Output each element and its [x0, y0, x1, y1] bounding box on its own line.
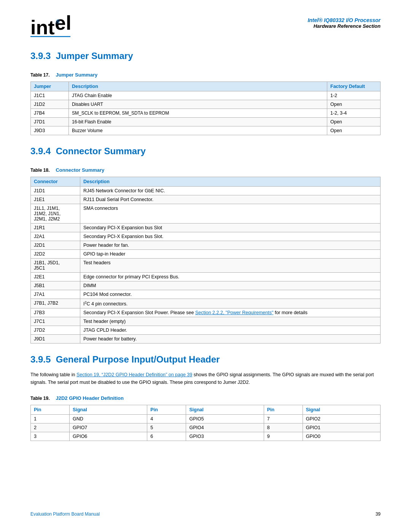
th-pin-3: Pin — [264, 405, 303, 415]
table-row: J1L1, J1M1, J1M2, J1N1, J2M1, J2M2SMA co… — [31, 204, 381, 224]
table-cell: J1D2 — [31, 100, 69, 109]
table-row: J7B1, J7B2I2C 4 pin connectors. — [31, 299, 381, 308]
table-row: J7C1Test header (empty) — [31, 317, 381, 326]
table-row: J9D1Power header for battery. — [31, 335, 381, 343]
table-row: J1D1RJ45 Network Connector for GbE NIC. — [31, 187, 381, 195]
table-row: J1D2Disables UARTOpen — [31, 100, 381, 109]
table-cell: 1-2, 3-4 — [327, 109, 381, 118]
page-footer: Evaluation Platform Board Manual 39 — [30, 511, 381, 517]
table-19-label-row: Table 19. J2D2 GPIO Header Definition — [30, 391, 381, 403]
connector-desc-cell: Test headers — [80, 259, 381, 273]
section-395-heading: 3.9.5 General Purpose Input/Output Heade… — [30, 354, 381, 365]
gpio-cell: GPIO0 — [303, 432, 380, 441]
table-cell: J7B4 — [31, 109, 69, 118]
th-jumper: Jumper — [31, 82, 69, 91]
table-18-title: Connector Summary — [56, 167, 104, 173]
table-19-title: J2D2 GPIO Header Definition — [56, 395, 123, 401]
gpio-cell: GPIO4 — [186, 423, 264, 432]
table-row: J2E1Edge connector for primary PCI Expre… — [31, 273, 381, 281]
table-cell: Open — [327, 118, 381, 126]
table-row: J1R1Secondary PCI-X Expansion bus Slot — [31, 224, 381, 232]
connector-cell: J1B1, J5D1, J5C1 — [31, 259, 80, 273]
table-17-label-row: Table 17. Jumper Summary — [30, 67, 381, 80]
table-row: J7B4SM_SCLK to EEPROM, SM_SDTA to EEPROM… — [31, 109, 381, 118]
connector-desc-cell: Test header (empty) — [80, 317, 381, 326]
section-394: 3.9.4 Connector Summary Table 18. Connec… — [30, 146, 381, 343]
section-393-heading: 3.9.3 Jumper Summary — [30, 51, 381, 61]
table-cell: JTAG Chain Enable — [69, 91, 327, 100]
connector-cell: J2A1 — [31, 232, 80, 241]
page-header: int el ® Intel® IQ80332 I/O Processor Ha… — [30, 15, 381, 39]
gpio-cell: GPIO1 — [303, 423, 380, 432]
connector-desc-cell: JTAG CPLD Header. — [80, 326, 381, 335]
connector-cell: J7B3 — [31, 308, 80, 317]
table-cell: 1-2 — [327, 91, 381, 100]
gpio-cell: 1 — [31, 415, 70, 423]
connector-cell: J7D2 — [31, 326, 80, 335]
connector-cell: J7B1, J7B2 — [31, 299, 80, 308]
gpio-cell: 8 — [264, 423, 303, 432]
th-conn-description: Description — [80, 177, 381, 187]
table-18-label-row: Table 18. Connector Summary — [30, 163, 381, 175]
connector-summary-table: Connector Description J1D1RJ45 Network C… — [30, 177, 381, 343]
table-row: J7B3Secondary PCI-X Expansion Slot Power… — [31, 308, 381, 317]
th-signal-1: Signal — [70, 405, 147, 415]
gpio-cell: GPIO7 — [70, 423, 147, 432]
th-signal-2: Signal — [186, 405, 264, 415]
section-395-body: The following table in Section 19, “J2D2… — [30, 371, 381, 386]
connector-desc-cell: GPIO tap-in Header — [80, 250, 381, 259]
gpio-cell: 4 — [147, 415, 186, 423]
th-pin-1: Pin — [31, 405, 70, 415]
svg-text:®: ® — [56, 19, 60, 25]
connector-cell: J1D1 — [31, 187, 80, 195]
jumper-summary-table: Jumper Description Factory Default J1C1J… — [30, 81, 381, 135]
connector-cell: J1E1 — [31, 195, 80, 204]
section-394-heading: 3.9.4 Connector Summary — [30, 146, 381, 157]
table-17-title: Jumper Summary — [56, 72, 97, 78]
table-row: 3GPIO66GPIO39GPIO0 — [31, 432, 381, 441]
table-19-num: Table 19. — [30, 396, 49, 401]
table-cell: Open — [327, 126, 381, 135]
connector-desc-cell: Secondary PCI-X Expansion bus Slot. — [80, 232, 381, 241]
th-connector: Connector — [31, 177, 80, 187]
table-row: J9D3Buzzer VolumeOpen — [31, 126, 381, 135]
connector-cell: J7C1 — [31, 317, 80, 326]
table-row: 1GND4GPIO57GPIO2 — [31, 415, 381, 423]
connector-link[interactable]: Section 2.2.2, "Power Requirements" — [195, 310, 274, 315]
table-row: J7D116-bit Flash EnableOpen — [31, 118, 381, 126]
gpio-cell: GPIO2 — [303, 415, 380, 423]
table-cell: Open — [327, 100, 381, 109]
connector-cell: J7A1 — [31, 290, 80, 299]
connector-desc-cell: I2C 4 pin connectors. — [80, 299, 381, 308]
gpio-cell: 7 — [264, 415, 303, 423]
table-cell: J7D1 — [31, 118, 69, 126]
table-row: J2A1Secondary PCI-X Expansion bus Slot. — [31, 232, 381, 241]
table-row: J5B1DIMM — [31, 281, 381, 290]
svg-text:int: int — [30, 16, 55, 38]
th-pin-2: Pin — [147, 405, 186, 415]
connector-desc-cell: RJ11 Dual Serial Port Connector. — [80, 195, 381, 204]
table-cell: Disables UART — [69, 100, 327, 109]
gpio-cell: 2 — [31, 423, 70, 432]
connector-desc-cell: Power header for fan. — [80, 241, 381, 250]
section-395: 3.9.5 General Purpose Input/Output Heade… — [30, 354, 381, 441]
gpio-cell: 3 — [31, 432, 70, 441]
table-cell: 16-bit Flash Enable — [69, 118, 327, 126]
table-row: J1C1JTAG Chain Enable1-2 — [31, 91, 381, 100]
table-row: J1B1, J5D1, J5C1Test headers — [31, 259, 381, 273]
body-text-before: The following table in — [30, 372, 76, 377]
connector-cell: J5B1 — [31, 281, 80, 290]
header-product-title: Intel® IQ80332 I/O Processor — [307, 17, 381, 23]
table-row: J7D2JTAG CPLD Header. — [31, 326, 381, 335]
connector-desc-cell: SMA connectors — [80, 204, 381, 224]
gpio-cell: GPIO5 — [186, 415, 264, 423]
connector-cell: J9D1 — [31, 335, 80, 343]
th-factory-default: Factory Default — [327, 82, 381, 91]
table-cell: Buzzer Volume — [69, 126, 327, 135]
table-cell: J9D3 — [31, 126, 69, 135]
table-row: J1E1RJ11 Dual Serial Port Connector. — [31, 195, 381, 204]
connector-cell: J2D1 — [31, 241, 80, 250]
body-link[interactable]: Section 19, “J2D2 GPIO Header Definition… — [76, 372, 192, 377]
gpio-cell: 9 — [264, 432, 303, 441]
footer-manual-title[interactable]: Evaluation Platform Board Manual — [30, 511, 100, 517]
